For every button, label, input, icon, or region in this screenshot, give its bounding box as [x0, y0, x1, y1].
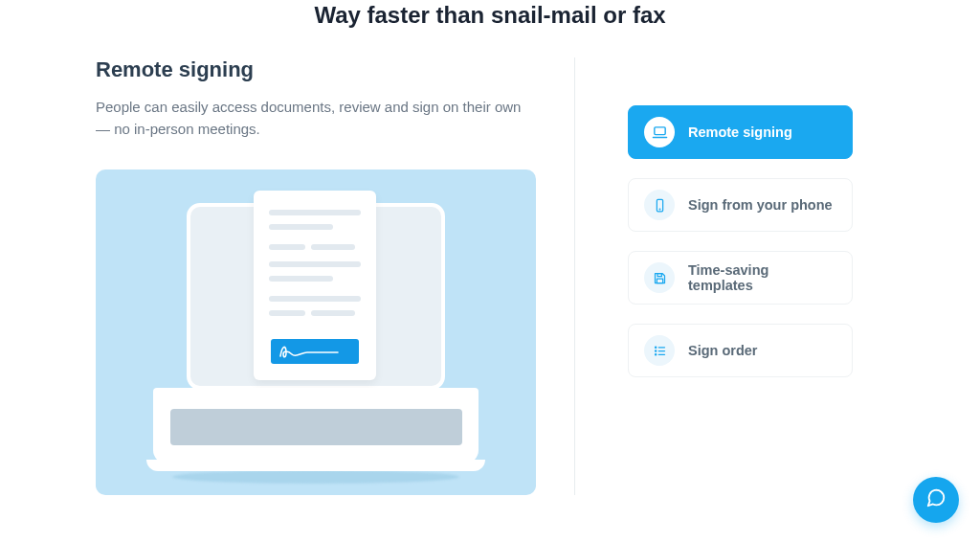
page-title: Way faster than snail-mail or fax — [0, 0, 980, 57]
option-label: Sign order — [688, 343, 758, 358]
chat-icon — [925, 487, 947, 512]
svg-point-6 — [655, 350, 656, 350]
list-icon — [644, 335, 675, 366]
option-sign-order[interactable]: Sign order — [628, 324, 853, 377]
svg-rect-3 — [657, 273, 661, 276]
option-remote-signing[interactable]: Remote signing — [628, 105, 853, 159]
floppy-icon — [644, 262, 675, 293]
svg-point-7 — [655, 353, 656, 354]
svg-point-2 — [659, 209, 660, 210]
illustration-laptop-signing — [96, 169, 536, 495]
option-label: Sign from your phone — [688, 197, 833, 213]
svg-point-5 — [655, 347, 656, 348]
signature-block — [271, 339, 359, 364]
feature-title: Remote signing — [96, 57, 536, 82]
svg-rect-0 — [654, 126, 664, 134]
laptop-icon — [644, 117, 675, 147]
option-time-saving-templates[interactable]: Time-saving templates — [628, 251, 853, 305]
phone-icon — [644, 190, 675, 220]
chat-button[interactable] — [913, 477, 959, 523]
right-column: Remote signing Sign from your phone Time… — [575, 57, 884, 495]
option-sign-from-phone[interactable]: Sign from your phone — [628, 178, 853, 232]
feature-description: People can easily access documents, revi… — [96, 96, 536, 141]
content-row: Remote signing People can easily access … — [0, 57, 980, 495]
document-illustration — [254, 191, 376, 380]
svg-rect-4 — [657, 279, 662, 282]
option-label: Time-saving templates — [688, 262, 836, 293]
option-label: Remote signing — [688, 124, 792, 140]
left-column: Remote signing People can easily access … — [96, 57, 574, 495]
